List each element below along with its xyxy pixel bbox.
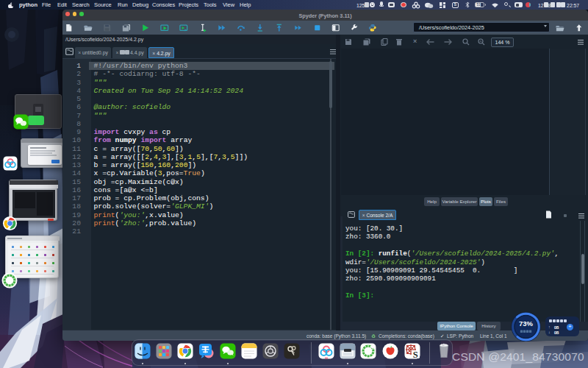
svg-text:S: S <box>413 350 418 359</box>
svg-text:73%: 73% <box>519 319 534 328</box>
